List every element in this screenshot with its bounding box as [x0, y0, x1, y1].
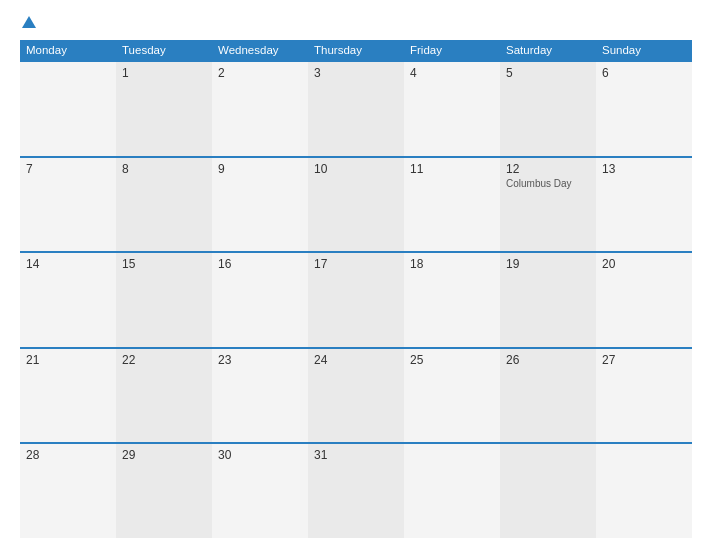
- calendar: MondayTuesdayWednesdayThursdayFridaySatu…: [20, 40, 692, 538]
- calendar-cell: 22: [116, 349, 212, 443]
- logo: [20, 16, 36, 30]
- header-day-thursday: Thursday: [308, 40, 404, 60]
- day-number: 4: [410, 66, 494, 80]
- calendar-cell: 14: [20, 253, 116, 347]
- logo-triangle-icon: [22, 16, 36, 28]
- header-day-tuesday: Tuesday: [116, 40, 212, 60]
- day-number: 28: [26, 448, 110, 462]
- header: [20, 16, 692, 30]
- calendar-body: 123456789101112Columbus Day1314151617181…: [20, 60, 692, 538]
- day-number: 26: [506, 353, 590, 367]
- calendar-cell: 6: [596, 62, 692, 156]
- calendar-cell: 2: [212, 62, 308, 156]
- header-day-friday: Friday: [404, 40, 500, 60]
- calendar-cell: 8: [116, 158, 212, 252]
- day-number: 18: [410, 257, 494, 271]
- day-number: 25: [410, 353, 494, 367]
- day-number: 8: [122, 162, 206, 176]
- header-day-wednesday: Wednesday: [212, 40, 308, 60]
- calendar-cell: 18: [404, 253, 500, 347]
- calendar-cell: 19: [500, 253, 596, 347]
- calendar-cell: 29: [116, 444, 212, 538]
- calendar-cell: 27: [596, 349, 692, 443]
- calendar-cell: 20: [596, 253, 692, 347]
- day-number: 9: [218, 162, 302, 176]
- day-number: 2: [218, 66, 302, 80]
- day-event: Columbus Day: [506, 178, 590, 190]
- calendar-cell: 16: [212, 253, 308, 347]
- calendar-cell: 31: [308, 444, 404, 538]
- day-number: 3: [314, 66, 398, 80]
- calendar-cell: 28: [20, 444, 116, 538]
- calendar-cell: 12Columbus Day: [500, 158, 596, 252]
- day-number: 30: [218, 448, 302, 462]
- calendar-cell: 23: [212, 349, 308, 443]
- calendar-cell: 15: [116, 253, 212, 347]
- header-day-monday: Monday: [20, 40, 116, 60]
- day-number: 10: [314, 162, 398, 176]
- day-number: 7: [26, 162, 110, 176]
- calendar-cell: 21: [20, 349, 116, 443]
- day-number: 23: [218, 353, 302, 367]
- day-number: 16: [218, 257, 302, 271]
- day-number: 27: [602, 353, 686, 367]
- calendar-header: MondayTuesdayWednesdayThursdayFridaySatu…: [20, 40, 692, 60]
- calendar-cell: 17: [308, 253, 404, 347]
- calendar-cell: 13: [596, 158, 692, 252]
- day-number: 21: [26, 353, 110, 367]
- calendar-week-1: 123456: [20, 60, 692, 156]
- day-number: 19: [506, 257, 590, 271]
- calendar-cell: 30: [212, 444, 308, 538]
- calendar-cell: 3: [308, 62, 404, 156]
- day-number: 15: [122, 257, 206, 271]
- calendar-cell: [404, 444, 500, 538]
- calendar-week-2: 789101112Columbus Day13: [20, 156, 692, 252]
- day-number: 17: [314, 257, 398, 271]
- calendar-week-3: 14151617181920: [20, 251, 692, 347]
- day-number: 5: [506, 66, 590, 80]
- calendar-week-5: 28293031: [20, 442, 692, 538]
- day-number: 6: [602, 66, 686, 80]
- day-number: 1: [122, 66, 206, 80]
- calendar-cell: 24: [308, 349, 404, 443]
- calendar-cell: 11: [404, 158, 500, 252]
- page: MondayTuesdayWednesdayThursdayFridaySatu…: [0, 0, 712, 550]
- calendar-cell: 1: [116, 62, 212, 156]
- calendar-cell: 25: [404, 349, 500, 443]
- calendar-cell: 10: [308, 158, 404, 252]
- day-number: 11: [410, 162, 494, 176]
- day-number: 24: [314, 353, 398, 367]
- calendar-cell: [596, 444, 692, 538]
- calendar-cell: 26: [500, 349, 596, 443]
- day-number: 31: [314, 448, 398, 462]
- header-day-saturday: Saturday: [500, 40, 596, 60]
- calendar-cell: 4: [404, 62, 500, 156]
- calendar-cell: 7: [20, 158, 116, 252]
- day-number: 12: [506, 162, 590, 176]
- day-number: 22: [122, 353, 206, 367]
- calendar-cell: 9: [212, 158, 308, 252]
- day-number: 29: [122, 448, 206, 462]
- header-day-sunday: Sunday: [596, 40, 692, 60]
- day-number: 14: [26, 257, 110, 271]
- day-number: 13: [602, 162, 686, 176]
- day-number: 20: [602, 257, 686, 271]
- calendar-cell: [20, 62, 116, 156]
- calendar-cell: 5: [500, 62, 596, 156]
- calendar-week-4: 21222324252627: [20, 347, 692, 443]
- calendar-cell: [500, 444, 596, 538]
